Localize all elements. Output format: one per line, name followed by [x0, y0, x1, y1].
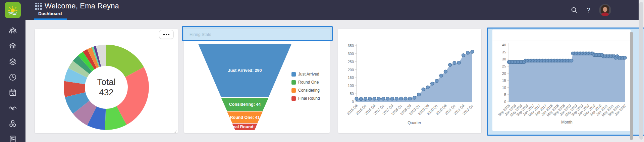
- svg-text:50: 50: [350, 92, 354, 96]
- legend-swatch: [291, 88, 296, 93]
- sidebar-item-handshake[interactable]: [8, 104, 17, 112]
- widget-donut-body: Total 432: [35, 40, 178, 134]
- app-logo-sunrise-icon[interactable]: [5, 2, 21, 18]
- svg-text:15: 15: [502, 79, 506, 83]
- sidebar-item-team[interactable]: [8, 27, 17, 35]
- more-options-button[interactable]: [159, 30, 174, 39]
- sidebar-item-calendar-x[interactable]: [8, 88, 17, 97]
- legend-label: Just Arrived: [298, 72, 319, 77]
- svg-text:Considering: 44: Considering: 44: [229, 102, 261, 107]
- content-scrollbar-thumb[interactable]: [630, 32, 633, 140]
- page-scrollbar-thumb[interactable]: [639, 2, 643, 140]
- svg-text:100: 100: [348, 84, 354, 88]
- svg-text:5: 5: [504, 93, 506, 97]
- legend-label: Final Round: [298, 96, 320, 101]
- selection-highlight-box: [182, 26, 333, 41]
- svg-text:Just Arrived: 290: Just Arrived: 290: [228, 68, 262, 73]
- svg-text:40: 40: [502, 43, 506, 47]
- widget-funnel-card: Hiring Stats Just Arrived: 290Considerin…: [184, 29, 330, 133]
- donut-center-label: Total 432: [97, 77, 116, 98]
- apps-grid-icon[interactable]: [35, 3, 42, 10]
- legend-swatch: [291, 80, 296, 85]
- legend-item[interactable]: Round One: [291, 80, 320, 85]
- widget-selection-frame: 0510152025303540Sep 2015Jan 2016May 2016…: [487, 28, 644, 136]
- top-bar: Welcome, Ema Reyna Dashboard ?: [0, 0, 639, 20]
- widget-quarterly-header[interactable]: [338, 29, 481, 40]
- svg-text:10: 10: [502, 86, 506, 90]
- legend-label: Round One: [298, 80, 319, 85]
- svg-text:0: 0: [352, 100, 354, 104]
- help-icon[interactable]: ?: [587, 6, 590, 14]
- user-avatar[interactable]: [599, 4, 611, 16]
- widget-monthly-body: 0510152025303540Sep 2015Jan 2016May 2016…: [492, 41, 631, 132]
- legend-item[interactable]: Just Arrived: [291, 72, 320, 77]
- legend-item[interactable]: Considering: [291, 88, 320, 93]
- svg-text:350: 350: [348, 44, 354, 48]
- sidebar-item-clock[interactable]: [8, 73, 17, 82]
- left-sidebar: [0, 0, 25, 142]
- svg-text:20: 20: [502, 72, 506, 76]
- sidebar-item-checklist[interactable]: [8, 135, 17, 142]
- resize-grip-icon[interactable]: [173, 130, 177, 133]
- tab-dashboard[interactable]: Dashboard: [38, 11, 62, 16]
- sidebar-item-modules[interactable]: [8, 119, 17, 128]
- svg-text:0: 0: [504, 100, 506, 104]
- svg-text:25: 25: [502, 64, 506, 68]
- search-icon[interactable]: [571, 6, 578, 14]
- legend-item[interactable]: Final Round: [291, 96, 320, 101]
- sidebar-item-layers[interactable]: [8, 57, 17, 66]
- monthly-area-chart: 0510152025303540Sep 2015Jan 2016May 2016…: [492, 41, 631, 131]
- quarterly-area-chart: 0501001502002503003502015 Q32016 Q12016 …: [338, 40, 481, 133]
- svg-text:30: 30: [502, 57, 506, 61]
- legend-swatch: [291, 72, 296, 77]
- svg-text:200: 200: [348, 68, 354, 72]
- widget-funnel-body: Just Arrived: 290Considering: 44Round On…: [184, 40, 330, 134]
- svg-text:250: 250: [348, 60, 354, 64]
- widget-donut-card: Total 432: [35, 29, 178, 133]
- svg-text:Quarter: Quarter: [408, 121, 421, 125]
- sidebar-item-organization[interactable]: [8, 42, 17, 51]
- svg-text:Final Round: 19: Final Round: 19: [229, 125, 261, 129]
- funnel-legend: Just ArrivedRound OneConsideringFinal Ro…: [291, 72, 320, 101]
- widget-monthly-card: 0510152025303540Sep 2015Jan 2016May 2016…: [492, 30, 631, 131]
- widget-monthly-header[interactable]: [492, 30, 631, 41]
- legend-swatch: [291, 96, 296, 101]
- widget-donut-header[interactable]: [35, 29, 178, 40]
- page-title: Welcome, Ema Reyna: [45, 2, 119, 10]
- dashboard-canvas: Total 432 Hiring Stats Just Arrived: 290…: [25, 20, 644, 142]
- widget-quarterly-card: 0501001502002503003502015 Q32016 Q12016 …: [338, 29, 481, 133]
- widget-quarterly-body: 0501001502002503003502015 Q32016 Q12016 …: [338, 40, 481, 134]
- legend-label: Considering: [298, 88, 320, 93]
- svg-text:35: 35: [502, 50, 506, 54]
- svg-text:Month: Month: [561, 120, 572, 125]
- svg-text:150: 150: [348, 76, 354, 80]
- svg-text:300: 300: [348, 52, 354, 56]
- widget-funnel-header[interactable]: Hiring Stats: [184, 29, 330, 40]
- tab-active-underline: [34, 18, 67, 20]
- svg-text:Round One: 41: Round One: 41: [230, 115, 260, 120]
